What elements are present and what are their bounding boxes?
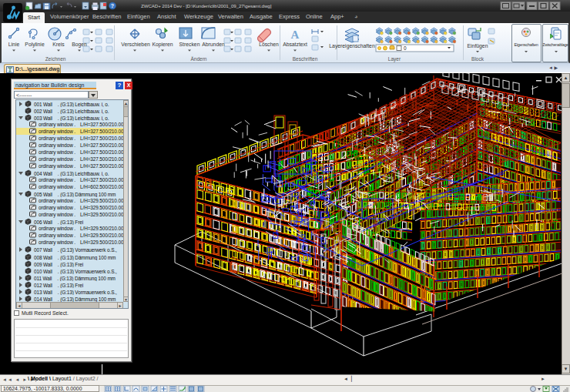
svg-text:A: A [291,28,300,41]
svg-text:0: 0 [404,45,407,51]
